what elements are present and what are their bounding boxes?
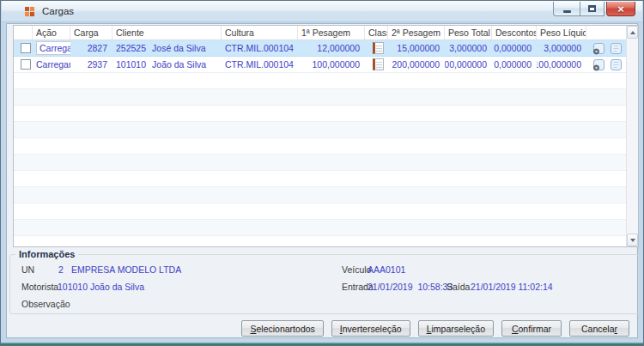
- cliente-cell: 252525José da Silva: [112, 43, 222, 53]
- info-panel-title: Informações: [15, 249, 78, 259]
- inverter-selecao-button[interactable]: Inverter seleção: [331, 320, 410, 337]
- table-row-empty: [14, 220, 626, 236]
- column-header-checkbox[interactable]: [14, 26, 33, 39]
- pesagem2-cell: 15,000000: [388, 43, 445, 53]
- document-icon[interactable]: [610, 42, 623, 55]
- peso-liquido-cell: 3,000000: [537, 43, 586, 53]
- acao-cell[interactable]: Carregar: [33, 59, 70, 70]
- chevron-down-icon: [630, 239, 635, 242]
- row-actions-cell: [586, 58, 625, 71]
- column-header-2a-pesagem[interactable]: 2ª Pesagem: [388, 26, 445, 39]
- descontos-cell: 0,000000: [492, 59, 537, 70]
- table-row-empty: [14, 187, 626, 203]
- veiculo-value: AAA0101: [368, 264, 405, 275]
- cargas-window: Cargas × Ação Carga Cliente Cultura 1ª P…: [0, 0, 644, 346]
- grid-header: Ação Carga Cliente Cultura 1ª Pesagem Cl…: [14, 26, 626, 40]
- table-row-empty: [14, 89, 626, 106]
- entrada-value: 21/01/2019 10:58:33: [368, 282, 453, 292]
- document-icon[interactable]: [610, 58, 623, 71]
- peso-total-cell: 3,000000: [445, 43, 492, 53]
- column-header-actions: [586, 26, 625, 39]
- column-header-descontos[interactable]: Descontos: [492, 26, 537, 39]
- maximize-icon: [588, 5, 596, 12]
- scroll-up-button[interactable]: [627, 26, 638, 39]
- cargas-grid: Ação Carga Cliente Cultura 1ª Pesagem Cl…: [13, 25, 639, 247]
- carga-cell: 2937: [70, 59, 112, 70]
- column-header-1a-pesagem[interactable]: 1ª Pesagem: [298, 26, 365, 39]
- grid-body: Ação Carga Cliente Cultura 1ª Pesagem Cl…: [14, 26, 626, 246]
- info-panel: Informações UN 2 EMPRESA MODELO LTDA Veí…: [9, 254, 639, 314]
- table-row[interactable]: Carregar 2937 101010João da Silva CTR.MI…: [14, 57, 626, 73]
- saida-value: 21/01/2019 11:02:14: [471, 282, 553, 292]
- app-grid-icon: [25, 7, 34, 16]
- document-gear-icon[interactable]: [592, 42, 605, 55]
- table-row-empty: [14, 203, 626, 220]
- table-row-empty: [14, 138, 626, 155]
- un-code-value: 2: [58, 264, 64, 275]
- un-name-value: EMPRESA MODELO LTDA: [71, 264, 181, 275]
- scroll-down-button[interactable]: [627, 234, 638, 246]
- cancelar-button[interactable]: Cancelar: [569, 320, 629, 337]
- window-title: Cargas: [42, 6, 74, 16]
- report-note-icon[interactable]: [373, 42, 384, 54]
- pesagem2-cell: 200,000000: [388, 59, 445, 70]
- maximize-button[interactable]: [580, 2, 605, 16]
- column-header-acao[interactable]: Ação: [33, 26, 70, 39]
- descontos-cell: 0,000000: [492, 43, 537, 53]
- client-area: Ação Carga Cliente Cultura 1ª Pesagem Cl…: [6, 23, 638, 338]
- motorista-name-value: João da Silva: [90, 282, 144, 292]
- carga-cell: 2827: [70, 43, 112, 53]
- row-checkbox-cell: [14, 59, 33, 70]
- confirmar-button[interactable]: Confirmar: [501, 320, 562, 337]
- close-button[interactable]: ×: [606, 2, 635, 16]
- row-checkbox[interactable]: [21, 43, 31, 53]
- row-actions-cell: [586, 42, 625, 55]
- vertical-scrollbar[interactable]: [626, 26, 638, 246]
- peso-total-cell: 100,000000: [445, 59, 492, 70]
- pesagem1-cell: 12,000000: [298, 43, 365, 53]
- table-row-empty: [14, 73, 626, 89]
- class-cell: [365, 58, 388, 70]
- row-checkbox-cell: [14, 43, 33, 53]
- limpar-selecao-button[interactable]: Limpar seleção: [418, 320, 494, 337]
- cultura-cell: CTR.MIL.000104: [222, 43, 298, 53]
- titlebar[interactable]: Cargas ×: [2, 1, 642, 22]
- motorista-label: Motorista: [21, 282, 58, 292]
- column-header-peso-liquido[interactable]: Peso Líquido: [537, 26, 586, 39]
- motorista-code-value: 101010: [58, 282, 88, 292]
- observacao-label: Observação: [21, 299, 70, 309]
- acao-cell[interactable]: Carregar: [33, 41, 70, 55]
- row-checkbox[interactable]: [21, 59, 31, 70]
- table-row-empty: [14, 122, 626, 138]
- table-row-empty: [14, 106, 626, 122]
- un-label: UN: [21, 264, 34, 275]
- minimize-icon: [563, 10, 571, 13]
- table-row-empty: [14, 155, 626, 171]
- report-note-icon[interactable]: [373, 58, 384, 70]
- table-row-empty: [14, 171, 626, 187]
- close-icon: ×: [617, 3, 624, 15]
- column-header-cliente[interactable]: Cliente: [112, 26, 222, 39]
- chevron-up-icon: [630, 31, 635, 34]
- saida-label: Saída: [447, 282, 470, 292]
- footer-button-bar: Selecionar todos Inverter seleção Limpar…: [7, 320, 629, 337]
- window-controls: ×: [553, 2, 635, 16]
- cliente-cell: 101010João da Silva: [112, 59, 222, 70]
- minimize-button[interactable]: [553, 2, 580, 16]
- column-header-peso-total[interactable]: Peso Total: [445, 26, 492, 39]
- column-header-carga[interactable]: Carga: [70, 26, 112, 39]
- peso-liquido-cell: 100,000000: [537, 59, 586, 70]
- column-header-cultura[interactable]: Cultura: [222, 26, 298, 39]
- table-row[interactable]: Carregar 2827 252525José da Silva CTR.MI…: [14, 40, 626, 57]
- class-cell: [365, 42, 388, 54]
- pesagem1-cell: 100,000000: [298, 59, 365, 70]
- selecionar-todos-button[interactable]: Selecionar todos: [241, 320, 323, 337]
- cultura-cell: CTR.MIL.000104: [222, 59, 298, 70]
- column-header-class[interactable]: Class.: [365, 26, 388, 39]
- document-gear-icon[interactable]: [592, 58, 605, 71]
